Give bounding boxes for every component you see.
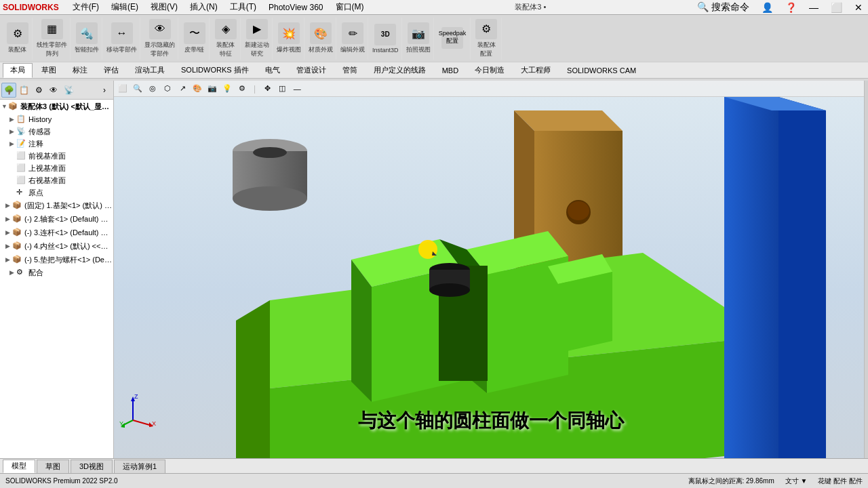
toolbar-belt-chain[interactable]: 〜 皮带/链 xyxy=(180,18,210,60)
notes-text: 注释 xyxy=(28,139,43,149)
distance-info: 离鼠标之间的距离: 29.86mm xyxy=(688,476,774,486)
tab-engineer[interactable]: 大工程师 xyxy=(513,63,558,78)
dimension-info[interactable]: 文寸 ▼ xyxy=(785,476,808,486)
tree-item-mate[interactable]: ▶ ⚙ 配合 xyxy=(0,266,113,279)
tree-item-front-plane[interactable]: ⬜ 前视基准面 xyxy=(0,150,113,162)
coord-axes: Z X Y xyxy=(119,393,153,427)
maximize-icon[interactable]: ⬜ xyxy=(828,2,845,13)
toolbar-linear-pattern[interactable]: ▦ 线性零部件阵列 xyxy=(34,18,71,60)
edit-appearance-label: 编辑外观 xyxy=(340,45,365,54)
model-tabs: 模型 草图 3D视图 运动算例1 xyxy=(0,458,868,473)
menu-file[interactable]: 文件(F) xyxy=(70,1,102,13)
tab-dimension[interactable]: 标注 xyxy=(65,63,95,78)
tab-render[interactable]: 渲动工具 xyxy=(127,63,172,78)
search-box[interactable]: 🔍 搜索命令 xyxy=(694,1,752,14)
tree-item-part5[interactable]: ▶ 📦 (-) 5.垫把与螺杆<1> (Default) <<... xyxy=(0,253,113,266)
toolbar-assembly-config[interactable]: ⚙ 装配体配置 xyxy=(472,18,502,60)
tree-item-right-plane[interactable]: ⬜ 右视基准面 xyxy=(0,174,113,186)
close-icon[interactable]: ✕ xyxy=(852,2,865,13)
vp-section-btn[interactable]: ⬡ xyxy=(161,83,174,95)
new-motion-icon: ▶ xyxy=(246,19,268,39)
title-bar-text: 装配体3 • xyxy=(515,2,546,12)
menu-window[interactable]: 窗口(M) xyxy=(333,1,367,13)
toolbar-speedpak[interactable]: Speedpak配置 xyxy=(435,18,471,60)
fm-tab-tree[interactable]: 🌳 xyxy=(1,83,16,98)
vp-display-btn[interactable]: 🎨 xyxy=(191,83,203,95)
tab-userpath[interactable]: 用户定义的线路 xyxy=(366,63,433,78)
tab-sw-cam[interactable]: SOLIDWORKS CAM xyxy=(559,63,644,78)
part3-icon: 📦 xyxy=(12,228,23,237)
show-hidden-icon: 👁 xyxy=(149,19,171,39)
photoview-label: 拍照视图 xyxy=(406,45,431,54)
toolbar-show-hidden[interactable]: 👁 显示隐藏的零部件 xyxy=(142,18,178,60)
tree-assembly-root[interactable]: ▼ 📦 装配体3 (默认) <默认_显示状态-1> xyxy=(0,100,113,113)
tree-item-part1[interactable]: ▶ 📦 (固定) 1.基架<1> (默认) <<默认... xyxy=(0,199,113,212)
toolbar-smart-fastener[interactable]: 🔩 智能扣件 xyxy=(72,18,102,60)
toolbar-assembly[interactable]: ⚙ 装配体 xyxy=(3,18,33,60)
tree-item-origin[interactable]: ✛ 原点 xyxy=(0,186,113,199)
menu-tools[interactable]: 工具(T) xyxy=(227,1,259,13)
part1-text: (固定) 1.基架<1> (默认) <<默认... xyxy=(24,201,112,211)
vp-rotate-btn[interactable]: ◎ xyxy=(146,83,159,95)
tree-item-sensor[interactable]: ▶ 📡 传感器 xyxy=(0,125,113,138)
vp-zoom-btn[interactable]: 🔍 xyxy=(132,83,144,95)
mate-icon: ⚙ xyxy=(16,268,27,277)
tree-item-part2[interactable]: ▶ 📦 (-) 2.轴套<1> (Default) <<Default xyxy=(0,212,113,226)
toolbar-instant3d[interactable]: 3D Instant3D xyxy=(370,18,402,60)
tree-item-history[interactable]: ▶ 📋 History xyxy=(0,113,113,125)
tab-model[interactable]: 模型 xyxy=(3,460,35,473)
tab-benjv[interactable]: 本局 xyxy=(3,63,33,78)
vp-orient-btn[interactable]: ⬜ xyxy=(117,83,129,95)
help-icon[interactable]: ❓ xyxy=(783,2,800,13)
tab-sw-plugins[interactable]: SOLIDWORKS 插件 xyxy=(174,63,256,78)
history-text: History xyxy=(28,115,52,123)
tab-electrical[interactable]: 电气 xyxy=(258,63,288,78)
toolbar-photoview[interactable]: 📷 拍照视图 xyxy=(403,18,434,60)
tree-item-notes[interactable]: ▶ 📝 注释 xyxy=(0,138,113,150)
fm-tab-properties[interactable]: 📋 xyxy=(16,83,31,98)
menu-photoview[interactable]: PhotoView 360 xyxy=(266,3,326,12)
right-panel-collapse[interactable] xyxy=(864,81,868,458)
tree-item-top-plane[interactable]: ⬜ 上视基准面 xyxy=(0,162,113,174)
sensor-icon: 📡 xyxy=(16,127,27,136)
menu-edit[interactable]: 编辑(E) xyxy=(108,1,141,13)
tab-evaluate[interactable]: 评估 xyxy=(96,63,126,78)
tab-mbd[interactable]: MBD xyxy=(435,63,466,78)
tab-sketch[interactable]: 草图 xyxy=(34,63,64,78)
part3-text: (-) 3.连杆<1> (Default) <<Default xyxy=(24,228,112,238)
vp-minus-btn[interactable]: — xyxy=(291,83,303,95)
fm-tab-sensors[interactable]: 📡 xyxy=(61,83,76,98)
vp-light-btn[interactable]: 💡 xyxy=(221,83,233,95)
tree-item-part3[interactable]: ▶ 📦 (-) 3.连杆<1> (Default) <<Default xyxy=(0,226,113,239)
vp-camera-btn[interactable]: 📷 xyxy=(206,83,218,95)
toolbar-edit-appearance[interactable]: ✏ 编辑外观 xyxy=(338,18,368,60)
notes-icon: 📝 xyxy=(16,139,27,148)
toolbar-new-motion[interactable]: ▶ 新建运动研究 xyxy=(242,18,273,60)
tab-today[interactable]: 今日制造 xyxy=(467,63,512,78)
tab-sketch-view[interactable]: 草图 xyxy=(37,460,69,473)
fm-tab-display[interactable]: 👁 xyxy=(46,83,61,98)
tab-pipe[interactable]: 管道设计 xyxy=(289,63,334,78)
menu-insert[interactable]: 插入(N) xyxy=(187,1,220,13)
vp-snap-btn[interactable]: ↗ xyxy=(176,83,189,95)
fm-tab-config[interactable]: ⚙ xyxy=(31,83,46,98)
solidworks-logo: SOLIDWORKS xyxy=(3,3,59,12)
tab-tube[interactable]: 管筒 xyxy=(335,63,365,78)
fm-tab-arrow[interactable]: › xyxy=(97,83,112,98)
tab-motion-study[interactable]: 运动算例1 xyxy=(114,460,165,473)
minimize-icon[interactable]: — xyxy=(806,2,821,13)
tab-3d-view[interactable]: 3D视图 xyxy=(71,460,113,473)
vp-split-btn[interactable]: ◫ xyxy=(276,83,288,95)
part5-arrow: ▶ xyxy=(5,256,12,263)
user-icon[interactable]: 👤 xyxy=(759,2,776,13)
vp-scene-btn[interactable]: ⚙ xyxy=(236,83,248,95)
viewport[interactable]: ⬜ 🔍 ◎ ⬡ ↗ 🎨 📷 💡 ⚙ | ✥ ◫ — xyxy=(114,81,868,468)
toolbar-move-component[interactable]: ↔ 移动零部件 xyxy=(104,18,140,60)
assembly-config-icon: ⚙ xyxy=(475,19,497,39)
tree-item-part4[interactable]: ▶ 📦 (-) 4.内丝<1> (默认) <<默认>...显 xyxy=(0,239,113,253)
menu-view[interactable]: 视图(V) xyxy=(148,1,180,13)
toolbar-assembly-feature[interactable]: ◈ 装配体特征 xyxy=(211,18,241,60)
toolbar-material[interactable]: 🎨 材质外观 xyxy=(306,18,336,60)
toolbar-explode[interactable]: 💥 爆炸视图 xyxy=(274,18,304,60)
vp-move-btn[interactable]: ✥ xyxy=(261,83,273,95)
